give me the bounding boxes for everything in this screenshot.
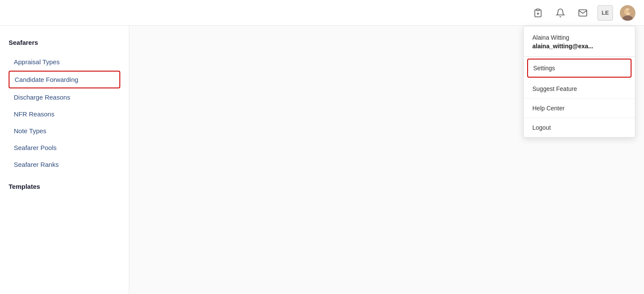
dropdown-user-info: Alaina Witting alaina_witting@exa... (524, 26, 635, 57)
sidebar-item-seafarer-pools[interactable]: Seafarer Pools (9, 140, 120, 156)
sidebar-item-appraisal-types[interactable]: Appraisal Types (9, 54, 120, 70)
sidebar-item-note-types[interactable]: Note Types (9, 123, 120, 139)
bell-icon[interactable] (553, 5, 568, 21)
clipboard-icon[interactable] (530, 5, 546, 21)
svg-rect-0 (536, 9, 539, 10)
svg-point-6 (624, 10, 628, 14)
section-title-seafarers: Seafarers (9, 39, 120, 46)
sidebar-item-seafarer-ranks[interactable]: Seafarer Ranks (9, 156, 120, 172)
user-dropdown-menu: Alaina Witting alaina_witting@exa... Set… (523, 26, 635, 138)
sidebar-item-nfr-reasons[interactable]: NFR Reasons (9, 106, 120, 122)
sidebar-item-discharge-reasons[interactable]: Discharge Reasons (9, 89, 120, 105)
dropdown-item-settings[interactable]: Settings (527, 59, 631, 78)
svg-point-5 (628, 9, 631, 13)
avatar-initials[interactable]: LE (597, 5, 613, 21)
dropdown-user-email: alaina_witting@exa... (532, 43, 626, 50)
dropdown-user-name: Alaina Witting (532, 34, 626, 41)
dropdown-item-help-center[interactable]: Help Center (524, 99, 635, 118)
sidebar: Seafarers Appraisal Types Candidate Forw… (0, 26, 129, 294)
mail-icon[interactable] (575, 5, 591, 21)
dropdown-item-suggest-feature[interactable]: Suggest Feature (524, 79, 635, 99)
avatar-photo[interactable] (620, 5, 635, 21)
dropdown-item-logout[interactable]: Logout (524, 118, 635, 137)
section-title-templates: Templates (9, 183, 120, 190)
topbar: LE (0, 0, 644, 26)
sidebar-item-candidate-forwarding[interactable]: Candidate Forwarding (9, 71, 120, 88)
